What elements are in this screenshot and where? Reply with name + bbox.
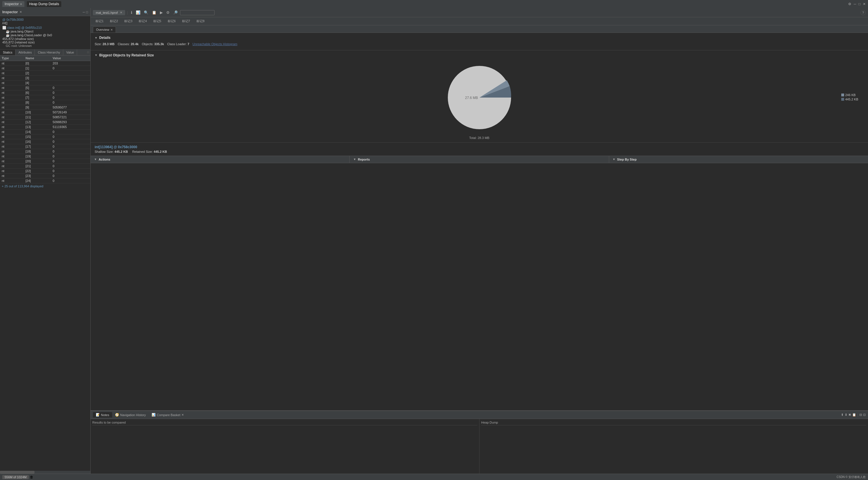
mark-btn-4[interactable]: 标记4 — [136, 19, 149, 24]
mark-btn-1[interactable]: 标记1 — [93, 19, 106, 24]
unreachable-link[interactable]: Unreachable Objects Histogram — [192, 42, 237, 46]
overview-tab-close-icon[interactable]: ✕ — [111, 28, 113, 31]
toolbar-btn-run[interactable]: ▶ — [159, 10, 164, 15]
actions-group[interactable]: ▼ Actions — [91, 156, 350, 163]
file-tab-close-icon[interactable]: ✕ — [120, 11, 122, 14]
mark-btn-2[interactable]: 标记2 — [107, 19, 121, 24]
table-row[interactable]: nt[22]0 — [0, 169, 90, 174]
inspector-gc: GC root: Unknown — [2, 44, 88, 48]
table-row[interactable]: nt[18]0 — [0, 149, 90, 154]
toolbar-divider-1: | — [127, 11, 128, 15]
maximize-btn[interactable]: □ — [859, 2, 861, 6]
table-row[interactable]: nt[1]0 — [0, 66, 90, 71]
table-row[interactable]: nt[4] — [0, 81, 90, 86]
close-btn[interactable]: ✕ — [863, 2, 866, 6]
table-row[interactable]: nt[24]0 — [0, 178, 90, 183]
horizontal-scrollbar[interactable] — [0, 471, 90, 474]
bottom-up-icon[interactable]: ⬆ — [841, 413, 843, 417]
mark-btn-8[interactable]: 标记8 — [194, 19, 207, 24]
inspector-icon-2[interactable]: □ — [86, 10, 88, 14]
biggest-header[interactable]: ▼ Biggest Objects by Retained Size — [95, 53, 864, 57]
table-row[interactable]: nt[3] — [0, 76, 90, 81]
table-row[interactable]: nt[6]0 — [0, 90, 90, 95]
table-row[interactable]: nt[17]0 — [0, 144, 90, 149]
table-row[interactable]: nt[11]50857221 — [0, 115, 90, 120]
tab-notes[interactable]: 📝 Notes — [93, 412, 112, 418]
table-row[interactable]: nt[19]0 — [0, 154, 90, 159]
overview-tab[interactable]: Overview ✕ — [93, 27, 116, 32]
title-bar-tab-heap[interactable]: Heap Dump Details — [27, 1, 61, 7]
table-row[interactable]: nt[8]0 — [0, 100, 90, 105]
table-row[interactable]: nt[7]0 — [0, 95, 90, 100]
table-row[interactable]: nt[2] — [0, 71, 90, 76]
toolbar-help-btn[interactable]: ? — [861, 10, 866, 15]
inspector-classloader: ☕ java.lang.ClassLoader @ 0x0 — [2, 33, 88, 37]
table-row[interactable]: nt[16]0 — [0, 139, 90, 144]
inspector-icon-1[interactable]: ─ — [83, 10, 85, 14]
table-container[interactable]: Type Name Value nt[0]203nt[1]0nt[2]nt[3]… — [0, 56, 90, 471]
details-header[interactable]: ▼ Details — [95, 36, 864, 40]
inspector-address: @ 0x758c3000 — [2, 18, 88, 21]
step-group[interactable]: ▼ Step By Step — [609, 156, 868, 163]
more-row[interactable]: + 25 out of 113,964 displayed — [0, 183, 90, 189]
table-row[interactable]: nt[9]50595077 — [0, 105, 90, 110]
table-row[interactable]: nt[21]0 — [0, 164, 90, 169]
toolbar-btn-report[interactable]: 📋 — [151, 10, 158, 15]
panel-collapse-icon[interactable]: ⊟ — [86, 50, 90, 55]
mark-btn-3[interactable]: 标记3 — [122, 19, 135, 24]
toolbar-btn-query[interactable]: 🔍 — [143, 10, 150, 15]
table-row[interactable]: nt[0]203 — [0, 61, 90, 66]
toolbar-btn-info[interactable]: ℹ — [130, 10, 133, 15]
table-row[interactable]: nt[23]0 — [0, 174, 90, 178]
table-row[interactable]: nt[13]51119365 — [0, 125, 90, 129]
toolbar-file-tab[interactable]: mat_test1.hprof ✕ — [93, 10, 125, 15]
toolbar-btn-settings[interactable]: ⚙ — [165, 10, 171, 15]
inspector-title: Inspector — [2, 10, 18, 14]
cell-value: 0 — [51, 139, 90, 144]
settings-icon[interactable]: ⚙ — [848, 2, 851, 6]
mark-btn-7[interactable]: 标记7 — [180, 19, 193, 24]
nav-history-icon: 🧭 — [115, 413, 119, 417]
cell-value: 203 — [51, 61, 90, 66]
table-row[interactable]: nt[15]0 — [0, 134, 90, 139]
tab-value[interactable]: Value — [63, 50, 77, 55]
cell-name: [8] — [24, 100, 51, 105]
table-row[interactable]: nt[20]0 — [0, 159, 90, 164]
cell-type: nt — [0, 71, 24, 76]
cell-type: nt — [0, 169, 24, 174]
table-row[interactable]: nt[10]50726149 — [0, 110, 90, 115]
reports-group[interactable]: ▼ Reports — [350, 156, 609, 163]
cell-value: 0 — [51, 66, 90, 71]
tab-attributes[interactable]: Attributes — [16, 50, 35, 55]
memory-gc-icon[interactable]: 🗑 — [30, 475, 33, 479]
bottom-down-icon[interactable]: ⬇ — [845, 413, 847, 417]
title-bar-tab-inspector[interactable]: Inspector ✕ — [2, 1, 25, 7]
tab-compare-basket[interactable]: 📊 Compare Basket ✕ — [149, 412, 187, 418]
inspector-tab-close-icon[interactable]: ✕ — [20, 3, 22, 6]
bottom-copy-icon[interactable]: 📋 — [852, 413, 856, 417]
toolbar-btn-chart[interactable]: 📊 — [134, 10, 142, 15]
toolbar-btn-search[interactable]: 🔎 — [172, 10, 179, 15]
table-row[interactable]: nt[12]50988293 — [0, 120, 90, 125]
col-type: Type — [0, 56, 24, 61]
bottom-delete-icon[interactable]: ✖ — [848, 413, 851, 417]
compare-close-icon[interactable]: ✕ — [182, 413, 184, 416]
tab-nav-history[interactable]: 🧭 Navigation History — [112, 412, 149, 418]
cell-name: [16] — [24, 139, 51, 144]
minimize-btn[interactable]: ─ — [854, 2, 856, 6]
table-row[interactable]: nt[5]0 — [0, 86, 90, 90]
status-memory[interactable]: 556M of 1024M — [2, 475, 29, 479]
tab-statics[interactable]: Statics — [0, 50, 16, 55]
retained-label: Retained Size: — [132, 150, 153, 153]
mark-btn-6[interactable]: 标记6 — [165, 19, 178, 24]
tab-class-hierarchy[interactable]: Class Hierarchy — [35, 50, 63, 55]
inspector-close-icon[interactable]: ✕ — [20, 10, 22, 13]
toolbar-search-input[interactable] — [180, 10, 215, 15]
mark-btn-5[interactable]: 标记5 — [151, 19, 164, 24]
bottom-panel: 📝 Notes 🧭 Navigation History 📊 Compare B… — [91, 410, 868, 474]
bottom-minimize-icon[interactable]: ⊟ — [859, 413, 862, 417]
cell-type: nt — [0, 174, 24, 178]
bottom-maximize-icon[interactable]: ⊡ — [863, 413, 866, 417]
table-row[interactable]: nt[14]0 — [0, 129, 90, 134]
chart-center-label: 27.6 MB — [465, 96, 478, 100]
